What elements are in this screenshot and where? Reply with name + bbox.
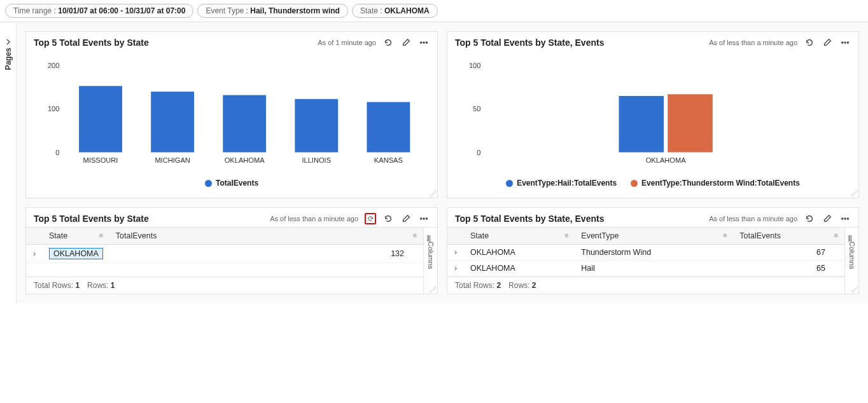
undo-refresh-icon[interactable] [365,213,376,224]
svg-text:0: 0 [477,149,480,156]
tile-top5-state: Top 5 Total Events by State As of 1 minu… [25,31,438,198]
column-header-total[interactable]: TotalEvents≡ [109,228,423,245]
pages-label: Pages [4,48,13,70]
filter-state[interactable]: State : OKLAHOMA [352,4,438,18]
resize-handle-icon[interactable] [430,190,436,196]
tile-table-state: Top 5 Total Events by State As of less t… [25,207,438,294]
table-footer: Total Rows: 2 Rows: 2 [447,277,844,294]
columns-icon: ||| [848,234,856,242]
resize-handle-icon[interactable] [851,190,857,196]
table-row[interactable]: › OKLAHOMAHail65 [447,261,844,277]
resize-handle-icon[interactable] [430,286,436,292]
expand-icon[interactable]: › [26,245,43,263]
filter-time-range[interactable]: Time range : 10/01/07 at 06:00 - 10/31/0… [5,4,193,18]
svg-point-27 [426,218,427,219]
tile-title: Top 5 Total Events by State [34,214,149,224]
svg-point-29 [844,218,846,219]
svg-rect-23 [668,94,713,152]
more-icon[interactable] [839,213,851,224]
svg-point-25 [421,218,422,219]
data-table: State≡ EventType≡ TotalEvents≡ › OKLAHOM… [447,228,844,277]
svg-rect-12 [295,99,338,153]
column-menu-icon[interactable]: ≡ [564,231,568,239]
bar-chart: 050100OKLAHOMA [454,53,852,174]
tile-timestamp: As of less than a minute ago [270,215,358,222]
svg-text:0: 0 [55,149,59,156]
column-header-total[interactable]: TotalEvents≡ [733,228,844,245]
edit-icon[interactable] [822,213,833,224]
table-row[interactable]: › OKLAHOMAThunderstorm Wind67 [447,245,844,261]
svg-text:OKLAHOMA: OKLAHOMA [646,156,686,164]
refresh-icon[interactable] [382,37,394,48]
edit-icon[interactable] [822,37,833,48]
tile-table-state-events: Top 5 Total Events by State, Events As o… [447,207,859,294]
data-table: State≡ TotalEvents≡ › OKLAHOMA 132 [26,228,423,263]
tile-top5-state-events: Top 5 Total Events by State, Events As o… [447,31,859,198]
svg-rect-22 [619,96,664,153]
chevron-right-icon [5,38,11,47]
svg-text:ILLINOIS: ILLINOIS [302,156,331,164]
filter-event-type[interactable]: Event Type : Hail, Thunderstorm wind [197,4,348,18]
chart-legend: EventType:Hail:TotalEventsEventType:Thun… [454,176,852,193]
column-menu-icon[interactable]: ≡ [723,231,727,239]
column-header-etype[interactable]: EventType≡ [575,228,733,245]
pages-panel-toggle[interactable]: Pages [0,22,17,303]
resize-handle-icon[interactable] [851,286,857,292]
column-header-state[interactable]: State≡ [464,228,575,245]
expand-icon[interactable]: › [447,261,464,277]
svg-point-18 [847,42,848,43]
svg-point-16 [842,42,843,43]
svg-point-26 [423,218,424,219]
expand-icon[interactable]: › [447,245,464,261]
table-row[interactable]: › OKLAHOMA 132 [26,245,423,263]
more-icon[interactable] [418,37,430,48]
columns-panel-toggle[interactable]: ||| Columns [844,228,858,294]
more-icon[interactable] [839,37,851,48]
svg-point-28 [842,218,843,219]
tile-timestamp: As of less than a minute ago [709,215,797,222]
tile-title: Top 5 Total Events by State [34,38,149,48]
refresh-icon[interactable] [804,213,815,224]
svg-point-2 [426,42,427,43]
svg-point-17 [844,42,846,43]
svg-text:100: 100 [48,105,60,113]
columns-panel-toggle[interactable]: ||| Columns [423,228,437,294]
svg-text:KANSAS: KANSAS [374,156,403,164]
tile-title: Top 5 Total Events by State, Events [455,214,604,224]
edit-icon[interactable] [400,37,412,48]
svg-rect-14 [367,102,410,153]
column-menu-icon[interactable]: ≡ [99,231,102,239]
bar-chart: 0100200MISSOURIMICHIGANOKLAHOMAILLINOISK… [32,53,431,174]
svg-rect-6 [79,86,122,152]
columns-icon: ||| [427,234,435,242]
column-menu-icon[interactable]: ≡ [834,231,838,239]
svg-point-30 [847,218,848,219]
svg-point-0 [421,42,422,43]
dashboard-grid: Top 5 Total Events by State As of 1 minu… [17,22,868,303]
refresh-icon[interactable] [804,37,815,48]
svg-text:MICHIGAN: MICHIGAN [155,156,190,164]
svg-point-1 [423,42,424,43]
tile-timestamp: As of 1 minute ago [318,39,376,46]
svg-text:100: 100 [469,62,481,69]
svg-text:50: 50 [473,105,480,113]
table-footer: Total Rows: 1 Rows: 1 [26,277,423,294]
filter-bar: Time range : 10/01/07 at 06:00 - 10/31/0… [0,0,868,22]
svg-rect-8 [151,92,194,152]
column-menu-icon[interactable]: ≡ [413,231,417,239]
more-icon[interactable] [418,213,430,224]
tile-title: Top 5 Total Events by State, Events [455,38,604,48]
refresh-icon[interactable] [382,213,394,224]
svg-text:MISSOURI: MISSOURI [83,156,118,164]
edit-icon[interactable] [400,213,412,224]
svg-text:OKLAHOMA: OKLAHOMA [225,156,265,164]
svg-rect-10 [223,95,266,153]
column-header-state[interactable]: State≡ [43,228,109,245]
svg-text:200: 200 [48,62,60,69]
chart-legend: TotalEvents [32,176,431,193]
tile-timestamp: As of less than a minute ago [709,39,797,46]
